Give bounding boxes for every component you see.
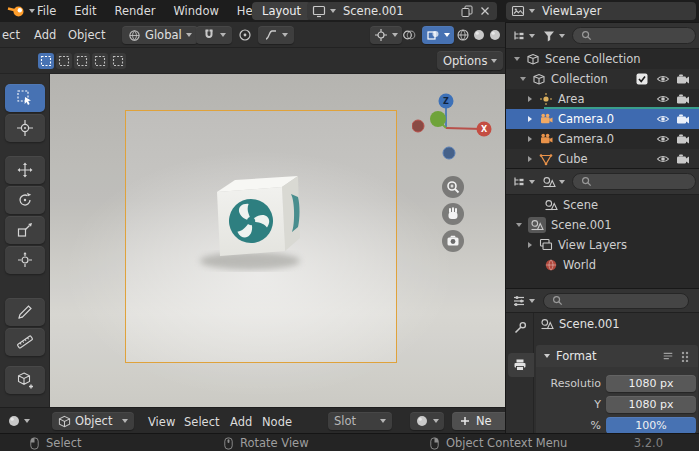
options-dropdown[interactable]: Options	[437, 51, 503, 70]
disclosure-triangle-icon[interactable]	[528, 136, 532, 142]
select-mode-set[interactable]	[38, 53, 54, 69]
tab-tool[interactable]	[513, 321, 527, 335]
shader-menu-view[interactable]: View	[148, 415, 175, 429]
snap-dropdown[interactable]	[196, 26, 232, 44]
pan-button[interactable]	[442, 203, 464, 225]
resolution-y-field[interactable]: 1080 px	[606, 396, 696, 413]
disclosure-triangle-icon[interactable]	[514, 57, 520, 61]
menu-select[interactable]: ect	[2, 28, 20, 42]
resolution-x-field[interactable]: 1080 px	[606, 375, 696, 392]
falloff-dropdown[interactable]	[258, 26, 294, 44]
scenes-row[interactable]: World	[506, 255, 699, 275]
camera-visibility-icon[interactable]	[676, 72, 690, 86]
axis-neg-x-handle[interactable]	[412, 120, 424, 132]
scenes-row[interactable]: View Layers	[506, 235, 699, 255]
disclosure-triangle-icon[interactable]	[528, 116, 532, 122]
outliner-row[interactable]: Cube	[506, 149, 699, 168]
panel-menu-icon[interactable]	[680, 350, 690, 362]
select-mode-subtract[interactable]	[74, 53, 90, 69]
shader-menu-node[interactable]: Node	[262, 415, 292, 429]
format-panel-header[interactable]: Format	[536, 345, 698, 367]
properties-display-dropdown[interactable]	[512, 294, 535, 308]
shading-mode-dropdown[interactable]: Object	[52, 412, 134, 430]
editor-type-dropdown[interactable]	[4, 412, 33, 430]
menu-file[interactable]: File	[28, 0, 65, 22]
disclosure-triangle-icon[interactable]	[516, 223, 522, 227]
cube-object[interactable]	[190, 148, 320, 278]
display-mode-dropdown[interactable]	[512, 175, 535, 189]
menu-render[interactable]: Render	[106, 0, 165, 22]
menu-edit[interactable]: Edit	[65, 0, 105, 22]
tool-cursor[interactable]	[5, 114, 45, 142]
blend-file-dropdown[interactable]	[542, 175, 565, 189]
outliner-search-input[interactable]	[572, 27, 696, 44]
disclosure-triangle-icon[interactable]	[528, 96, 532, 102]
material-browse-dropdown[interactable]	[410, 412, 444, 430]
workspace-tab-layout[interactable]: Layout	[252, 2, 311, 20]
camera-visibility-icon[interactable]	[676, 132, 690, 146]
eye-icon[interactable]	[656, 132, 670, 146]
display-mode-dropdown[interactable]	[512, 29, 535, 43]
camera-view-button[interactable]	[442, 230, 464, 252]
xray-dropdown[interactable]	[422, 26, 454, 44]
disclosure-triangle-icon[interactable]	[528, 242, 532, 248]
select-mode-intersect[interactable]	[110, 53, 126, 69]
select-mode-invert[interactable]	[92, 53, 108, 69]
overlays-icon[interactable]	[402, 28, 416, 42]
menu-window[interactable]: Window	[164, 0, 227, 22]
axis-y-handle[interactable]	[430, 111, 446, 127]
outliner-row[interactable]: Scene Collection	[506, 49, 699, 69]
tool-scale[interactable]	[5, 216, 45, 244]
scenes-search-input[interactable]	[572, 173, 696, 190]
scenes-row[interactable]: Scene.001	[506, 215, 699, 235]
new-material-button[interactable]: Ne	[452, 412, 505, 430]
view-layer-selector[interactable]: ViewLayer	[506, 2, 696, 20]
outliner-row[interactable]: Area	[506, 89, 699, 109]
camera-visibility-icon[interactable]	[676, 112, 690, 126]
scenes-row[interactable]: Scene	[506, 195, 699, 215]
zoom-button[interactable]	[442, 176, 464, 198]
panel-presets-icon[interactable]	[662, 350, 674, 362]
scene-selector[interactable]: Scene.001	[307, 2, 497, 20]
eye-icon[interactable]	[656, 92, 670, 106]
shading-solid-icon[interactable]	[472, 28, 486, 42]
menu-add[interactable]: Add	[34, 28, 56, 42]
select-mode-extend[interactable]	[56, 53, 72, 69]
tool-add-cube[interactable]	[5, 366, 45, 394]
tool-rotate[interactable]	[5, 186, 45, 214]
duplicate-scene-icon[interactable]	[460, 4, 474, 18]
outliner-row[interactable]: Camera.0	[506, 129, 699, 149]
tool-measure[interactable]	[5, 328, 45, 356]
filter-dropdown[interactable]	[542, 29, 565, 43]
shader-menu-add[interactable]: Add	[230, 415, 252, 429]
slot-dropdown[interactable]: Slot	[328, 412, 392, 430]
eye-icon[interactable]	[656, 72, 670, 86]
shading-rendered-icon[interactable]	[488, 28, 502, 42]
viewport-canvas[interactable]: Z X	[50, 74, 505, 407]
camera-visibility-icon[interactable]	[676, 92, 690, 106]
tool-transform[interactable]	[5, 246, 45, 274]
menu-object[interactable]: Object	[68, 28, 105, 42]
camera-visibility-icon[interactable]	[676, 152, 690, 166]
shader-menu-select[interactable]: Select	[184, 415, 219, 429]
properties-search-input[interactable]	[543, 293, 689, 309]
proportional-edit-icon[interactable]	[238, 28, 252, 42]
outliner-row-selected[interactable]: Camera.0	[506, 109, 699, 129]
gizmos-dropdown[interactable]	[370, 26, 402, 44]
tool-select-box[interactable]	[5, 84, 45, 112]
eye-icon[interactable]	[656, 112, 670, 126]
navigation-gizmo[interactable]: Z X	[412, 90, 496, 168]
orientation-dropdown[interactable]: Global	[122, 26, 198, 44]
tool-annotate[interactable]	[5, 298, 45, 326]
resolution-scale-slider[interactable]: 100%	[606, 417, 696, 433]
collection-checkbox[interactable]	[636, 73, 648, 88]
close-icon[interactable]	[478, 4, 492, 18]
disclosure-triangle-icon[interactable]	[520, 77, 526, 81]
axis-neg-z-handle[interactable]	[443, 147, 455, 159]
shading-wireframe-icon[interactable]	[456, 28, 470, 42]
tab-output[interactable]	[513, 358, 527, 372]
outliner-row[interactable]: Collection	[506, 69, 699, 89]
eye-icon[interactable]	[656, 152, 670, 166]
disclosure-triangle-icon[interactable]	[528, 156, 532, 162]
tool-move[interactable]	[5, 156, 45, 184]
